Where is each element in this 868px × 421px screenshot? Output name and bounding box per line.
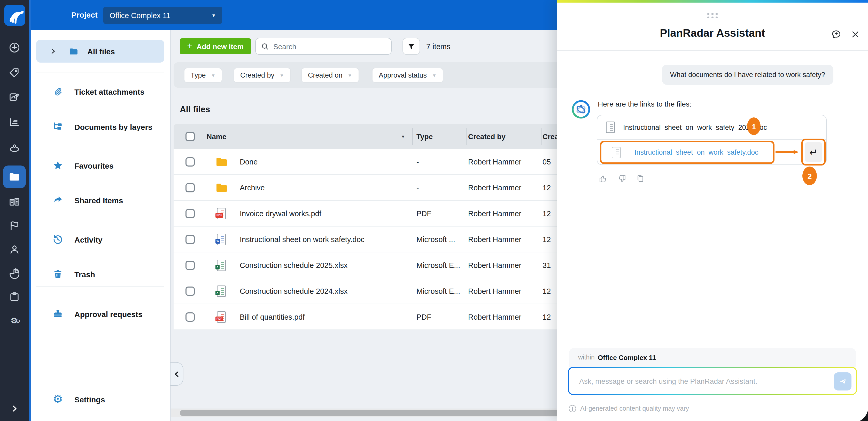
panel-divider bbox=[557, 50, 868, 51]
col-type[interactable]: Type bbox=[416, 132, 433, 141]
file-name[interactable]: Bill of quantities.pdf bbox=[240, 313, 305, 321]
rail-icon-flags[interactable] bbox=[0, 218, 29, 233]
file-created-by: Robert Hammer bbox=[468, 158, 521, 166]
search-input[interactable] bbox=[273, 42, 382, 50]
file-created-by: Robert Hammer bbox=[468, 235, 521, 243]
col-created-by[interactable]: Created by bbox=[468, 132, 505, 141]
paper-plane-icon bbox=[838, 377, 847, 386]
select-all-checkbox[interactable] bbox=[185, 132, 195, 141]
mouse-cursor bbox=[854, 409, 868, 421]
sidebar-item-ticket-attachments[interactable]: Ticket attachments bbox=[36, 81, 164, 102]
assistant-input[interactable] bbox=[579, 377, 807, 385]
rail-icon-companies[interactable] bbox=[0, 194, 29, 209]
rail-icon-contacts[interactable] bbox=[0, 242, 29, 256]
star-icon bbox=[52, 160, 64, 171]
highlighted-file-link-row[interactable]: Instructional_sheet_on_work_safety.doc bbox=[600, 141, 774, 164]
sidebar-item-label: Settings bbox=[74, 395, 105, 404]
file-link-label[interactable]: Instructional_sheet_on_work_safety.doc bbox=[634, 148, 758, 156]
pdf-file-icon: PDF bbox=[217, 311, 226, 322]
assistant-response-text: Here are the links to the files: bbox=[598, 100, 691, 108]
row-checkbox[interactable] bbox=[185, 234, 195, 244]
search-icon bbox=[261, 42, 269, 50]
row-checkbox[interactable] bbox=[185, 312, 195, 321]
row-checkbox[interactable] bbox=[185, 260, 195, 270]
filter-created-on[interactable]: Created on▼ bbox=[301, 68, 359, 83]
filter-type[interactable]: Type▼ bbox=[184, 68, 222, 83]
feedback-row bbox=[598, 174, 645, 184]
drag-handle-icon[interactable] bbox=[707, 13, 718, 18]
sidebar-item-shared-items[interactable]: Shared Items bbox=[36, 190, 164, 210]
planradar-logo[interactable] bbox=[4, 5, 25, 26]
add-new-item-button[interactable]: + Add new item bbox=[180, 38, 251, 54]
gradient-accent-bar bbox=[557, 0, 868, 3]
rail-icon-tags[interactable] bbox=[0, 65, 29, 80]
annotation-arrow-icon bbox=[775, 150, 800, 154]
col-name[interactable]: Name bbox=[207, 132, 226, 141]
excel-file-icon: X bbox=[217, 285, 226, 297]
file-created-by: Robert Hammer bbox=[468, 313, 521, 321]
info-icon: i bbox=[569, 405, 576, 412]
sort-desc-icon[interactable]: ▼ bbox=[401, 134, 405, 139]
thumbs-up-icon[interactable] bbox=[598, 174, 608, 184]
row-checkbox[interactable] bbox=[185, 183, 195, 192]
pdf-file-icon: PDF bbox=[217, 208, 226, 219]
rail-icon-dashboard[interactable] bbox=[0, 40, 29, 55]
rail-icon-site[interactable] bbox=[0, 141, 29, 155]
sidebar-item-label: All files bbox=[87, 47, 115, 56]
thumbs-down-icon[interactable] bbox=[617, 174, 627, 184]
sidebar-item-trash[interactable]: Trash bbox=[36, 264, 164, 284]
file-name[interactable]: Invoice drywal works.pdf bbox=[240, 209, 321, 218]
enter-key-button[interactable]: ↵ bbox=[805, 142, 822, 162]
table-title: All files bbox=[180, 105, 210, 114]
rail-expand-chevron-right-icon[interactable] bbox=[0, 401, 29, 416]
assistant-panel: PlanRadar Assistant What documents do I … bbox=[557, 0, 868, 421]
file-link-row[interactable]: Instructional_sheet_on_work_safety_2023.… bbox=[597, 115, 826, 140]
file-name[interactable]: Construction schedule 2024.xlsx bbox=[240, 287, 348, 295]
file-name[interactable]: Archive bbox=[240, 184, 265, 192]
sidebar-item-documents-by-layers[interactable]: Documents by layers bbox=[36, 116, 164, 137]
sidebar-collapse-handle[interactable] bbox=[170, 362, 183, 386]
rail-icon-settings-gears[interactable]: ⚙⚙ bbox=[0, 313, 29, 328]
file-created: 12 bbox=[542, 235, 551, 243]
rail-icon-statistics[interactable] bbox=[0, 266, 29, 280]
chevron-down-icon: ▼ bbox=[432, 73, 437, 78]
rail-icon-tickets[interactable] bbox=[0, 90, 29, 105]
document-icon bbox=[606, 121, 615, 133]
sidebar-item-label: Activity bbox=[74, 235, 102, 244]
share-icon bbox=[52, 194, 64, 206]
project-selector[interactable]: Office Complex 11 ▼ bbox=[103, 7, 222, 24]
assistant-input-wrap bbox=[568, 367, 857, 395]
scrollbar-thumb[interactable] bbox=[180, 410, 562, 416]
row-checkbox[interactable] bbox=[185, 157, 195, 166]
close-icon[interactable] bbox=[851, 30, 860, 39]
file-created: 31 bbox=[542, 261, 551, 269]
copy-icon[interactable] bbox=[636, 174, 645, 184]
document-icon bbox=[612, 147, 621, 158]
file-created: 12 bbox=[542, 209, 551, 218]
file-name[interactable]: Instructional sheet on work safety.doc bbox=[240, 235, 365, 243]
user-message-bubble: What documents do I have related to work… bbox=[662, 65, 833, 85]
project-selector-value: Office Complex 11 bbox=[110, 11, 170, 19]
filter-button[interactable] bbox=[402, 38, 420, 55]
rail-icon-reports[interactable] bbox=[0, 115, 29, 129]
rail-icon-tasks[interactable] bbox=[0, 290, 29, 304]
filter-approval-status[interactable]: Approval status▼ bbox=[372, 68, 443, 83]
send-button[interactable] bbox=[834, 372, 851, 391]
sidebar-item-all-files[interactable]: All files bbox=[36, 40, 164, 63]
file-link-label[interactable]: Instructional_sheet_on_work_safety_2023.… bbox=[623, 123, 767, 131]
row-checkbox[interactable] bbox=[185, 286, 195, 296]
sidebar-item-settings[interactable]: ⚙ Settings bbox=[36, 389, 164, 410]
sidebar-item-approval-requests[interactable]: Approval requests bbox=[36, 304, 164, 324]
chevron-down-icon: ▼ bbox=[348, 73, 352, 78]
new-chat-icon[interactable] bbox=[831, 29, 842, 40]
row-checkbox[interactable] bbox=[185, 209, 195, 218]
rail-icon-documents[interactable] bbox=[0, 170, 29, 184]
col-created[interactable]: Crea bbox=[542, 132, 559, 141]
sidebar-divider bbox=[36, 286, 164, 287]
sidebar-item-activity[interactable]: Activity bbox=[36, 229, 164, 250]
file-name[interactable]: Done bbox=[240, 158, 257, 166]
filter-created-by[interactable]: Created by▼ bbox=[234, 68, 291, 83]
chevron-left-icon bbox=[173, 370, 181, 378]
file-name[interactable]: Construction schedule 2025.xlsx bbox=[240, 261, 348, 269]
sidebar-item-favourites[interactable]: Favourites bbox=[36, 155, 164, 176]
